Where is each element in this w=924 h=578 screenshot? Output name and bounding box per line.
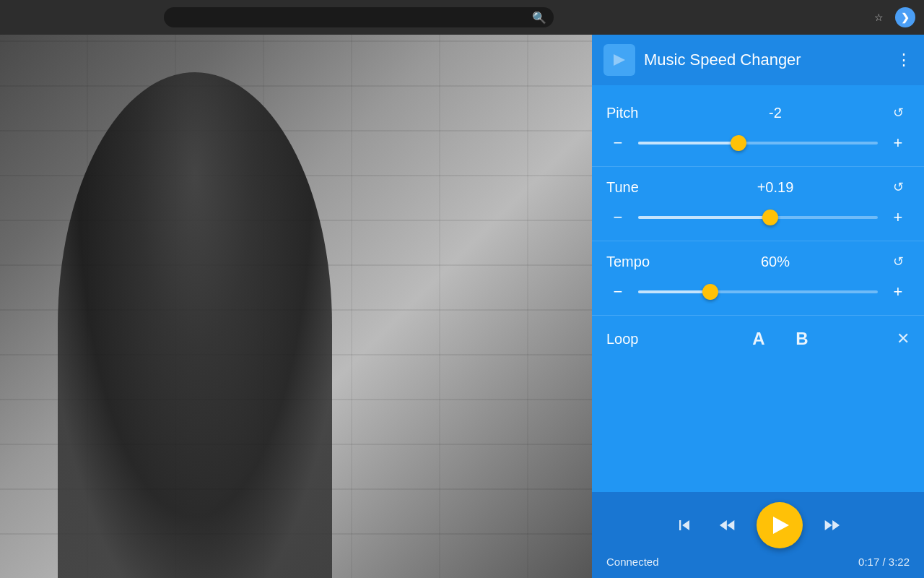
- status-row: Connected 0:17 / 3:22: [606, 553, 910, 571]
- playback-time: 0:17 / 3:22: [858, 556, 910, 568]
- player-controls: Connected 0:17 / 3:22: [592, 492, 924, 578]
- tempo-slider-row: − +: [606, 280, 910, 303]
- panel-header: Music Speed Changer ⋮: [592, 35, 924, 85]
- pitch-slider-fill: [638, 142, 738, 144]
- video-area: [0, 0, 592, 578]
- address-bar: 🔍: [164, 7, 554, 27]
- browser-icons-right: ☆ ❯: [869, 7, 915, 27]
- loop-label: Loop: [606, 331, 664, 348]
- search-icon: 🔍: [532, 11, 546, 25]
- video-content: [0, 35, 592, 578]
- pitch-row: Pitch -2 ↺: [606, 101, 910, 124]
- transport-row: [670, 502, 846, 548]
- connection-status: Connected: [606, 556, 659, 568]
- tempo-minus-button[interactable]: −: [606, 280, 629, 303]
- tempo-plus-button[interactable]: +: [886, 280, 910, 303]
- tune-value: +0.19: [664, 179, 886, 196]
- tune-plus-button[interactable]: +: [886, 206, 910, 229]
- tune-row: Tune +0.19 ↺: [606, 176, 910, 199]
- tune-minus-button[interactable]: −: [606, 206, 629, 229]
- tempo-slider-fill: [638, 290, 710, 293]
- browser-bar: 🔍 ☆ ❯: [0, 0, 924, 35]
- panel-content: Pitch -2 ↺ − + Tune +0.19 ↺ −: [592, 85, 924, 492]
- play-button[interactable]: [757, 502, 803, 548]
- loop-row: Loop A B ✕: [592, 316, 924, 362]
- music-speed-changer-panel: Music Speed Changer ⋮ Pitch -2 ↺ − +: [592, 35, 924, 578]
- tempo-section: Tempo 60% ↺ − +: [592, 241, 924, 316]
- tune-reset-button[interactable]: ↺: [886, 176, 910, 199]
- tempo-value: 60%: [664, 254, 886, 270]
- pitch-label: Pitch: [606, 105, 664, 121]
- tune-slider-thumb[interactable]: [762, 210, 778, 225]
- person-silhouette: [58, 72, 332, 578]
- rewind-button[interactable]: [713, 511, 742, 540]
- tune-slider[interactable]: [638, 216, 878, 219]
- app-icon: [603, 44, 635, 76]
- loop-close-button[interactable]: ✕: [897, 329, 910, 348]
- pitch-slider-row: − +: [606, 131, 910, 155]
- skip-back-button[interactable]: [670, 511, 699, 540]
- tempo-reset-button[interactable]: ↺: [886, 250, 910, 273]
- loop-controls: A B: [664, 326, 897, 352]
- pitch-slider-thumb[interactable]: [731, 135, 746, 151]
- pitch-reset-button[interactable]: ↺: [886, 101, 910, 124]
- forward-icon[interactable]: ❯: [895, 7, 915, 27]
- tempo-slider[interactable]: [638, 290, 878, 293]
- tempo-slider-thumb[interactable]: [702, 284, 718, 300]
- menu-button[interactable]: ⋮: [896, 51, 912, 69]
- pitch-minus-button[interactable]: −: [606, 131, 629, 155]
- pitch-value: -2: [664, 105, 886, 121]
- pitch-slider[interactable]: [638, 142, 878, 144]
- tempo-row: Tempo 60% ↺: [606, 250, 910, 273]
- loop-b-button[interactable]: B: [789, 326, 815, 352]
- panel-title: Music Speed Changer: [644, 51, 887, 69]
- loop-a-button[interactable]: A: [746, 326, 772, 352]
- tune-section: Tune +0.19 ↺ − +: [592, 167, 924, 241]
- pitch-plus-button[interactable]: +: [886, 131, 910, 155]
- fast-forward-button[interactable]: [817, 511, 846, 540]
- tune-slider-fill: [638, 216, 770, 219]
- tune-label: Tune: [606, 179, 664, 196]
- tune-slider-row: − +: [606, 206, 910, 229]
- tempo-label: Tempo: [606, 254, 664, 270]
- bookmark-icon[interactable]: ☆: [869, 7, 889, 27]
- pitch-section: Pitch -2 ↺ − +: [592, 92, 924, 167]
